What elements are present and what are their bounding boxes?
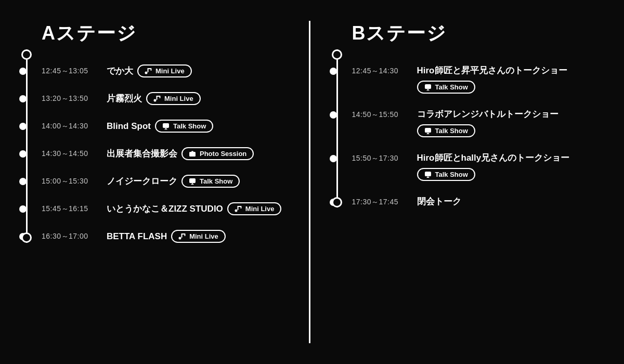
event-time: 12:45～14:30 [352, 64, 417, 76]
svg-rect-2 [148, 68, 151, 69]
event-name: Blind Spot [107, 121, 151, 132]
event-dot [330, 155, 337, 162]
event-name: ノイジークローク [107, 175, 177, 187]
event-time: 15:00～15:30 [42, 175, 107, 186]
event-tag: Talk Show [181, 175, 240, 188]
event-content: 閉会トーク [417, 196, 614, 207]
event-row: 12:45～13:05でか大Mini Live [42, 64, 304, 77]
event-name: でか大 [107, 65, 133, 77]
event-time: 12:45～13:05 [42, 64, 107, 76]
stage-a-column: Aステージ 12:45～13:05でか大Mini Live13:20～13:50… [0, 10, 309, 354]
event-name: Hiro師匠と昇平兄さんのトークショー [417, 64, 567, 76]
timeline-dot-top-a [21, 49, 32, 60]
svg-rect-14 [237, 206, 241, 207]
stage-b-column: Bステージ 12:45～14:30Hiro師匠と昇平兄さんのトークショーTalk… [310, 10, 625, 354]
event-name: コラボアレンジバトルトークショー [417, 108, 558, 120]
stage-a-events: 12:45～13:05でか大Mini Live13:20～13:50片霧烈火Mi… [26, 64, 304, 243]
svg-rect-8 [163, 123, 169, 128]
event-row: 14:30～14:50出展者集合撮影会Photo Session [42, 147, 304, 160]
event-time: 14:00～14:30 [42, 120, 107, 131]
svg-point-4 [154, 99, 157, 101]
event-content: コラボアレンジバトルトークショーTalk Show [417, 108, 614, 137]
svg-rect-3 [151, 68, 152, 71]
event-tag: Talk Show [417, 81, 475, 94]
svg-rect-19 [185, 233, 186, 236]
event-row: 17:30～17:45閉会トーク [352, 196, 614, 207]
event-row: 14:50～15:50コラボアレンジバトルトークショーTalk Show [352, 108, 614, 137]
timeline-dot-top-b [332, 49, 342, 60]
event-content: 出展者集合撮影会Photo Session [107, 147, 304, 160]
event-name: 閉会トーク [417, 196, 461, 207]
event-content: Blind SpotTalk Show [107, 120, 304, 133]
stage-b-events: 12:45～14:30Hiro師匠と昇平兄さんのトークショーTalk Show1… [336, 64, 614, 207]
event-row: 15:45～16:15いとうかなこ＆ZIZZ STUDIOMini Live [42, 202, 304, 215]
event-name: いとうかなこ＆ZIZZ STUDIO [107, 203, 223, 215]
event-dot [330, 68, 337, 75]
event-time: 14:30～14:50 [42, 147, 107, 159]
event-dot [19, 205, 27, 213]
svg-rect-7 [160, 96, 161, 98]
event-tag: Talk Show [417, 168, 475, 181]
event-dot [19, 68, 27, 75]
event-row: 14:00～14:30Blind SpotTalk Show [42, 120, 304, 133]
svg-point-0 [145, 71, 148, 74]
stage-a-title: Aステージ [42, 21, 304, 46]
event-name: Hiro師匠とhally兄さんのトークショー [417, 152, 570, 164]
event-name: BETTA FLASH [107, 231, 167, 242]
timeline-dot-bottom-b [332, 197, 342, 207]
event-dot [19, 150, 27, 158]
svg-rect-21 [425, 128, 431, 133]
timeline-dot-bottom-a [21, 232, 32, 243]
event-tag: Mini Live [171, 230, 226, 243]
event-tag: Mini Live [146, 92, 201, 105]
event-content: いとうかなこ＆ZIZZ STUDIOMini Live [107, 202, 304, 215]
event-content: BETTA FLASHMini Live [107, 230, 304, 243]
svg-point-12 [235, 209, 237, 212]
event-time: 15:45～16:15 [42, 202, 107, 214]
event-content: ノイジークロークTalk Show [107, 175, 304, 188]
svg-rect-6 [157, 96, 160, 97]
event-time: 16:30～17:00 [42, 230, 107, 241]
svg-rect-15 [240, 206, 241, 209]
event-tag: Mini Live [137, 64, 192, 77]
event-row: 16:30～17:00BETTA FLASHMini Live [42, 230, 304, 243]
event-tag: Photo Session [181, 147, 254, 160]
event-content: 片霧烈火Mini Live [107, 92, 304, 105]
svg-point-16 [179, 237, 181, 239]
svg-rect-11 [189, 178, 196, 183]
event-time: 17:30～17:45 [352, 196, 417, 207]
event-dot [330, 111, 337, 119]
event-row: 13:20～13:50片霧烈火Mini Live [42, 92, 304, 105]
event-content: Hiro師匠とhally兄さんのトークショーTalk Show [417, 152, 614, 181]
event-dot [19, 178, 27, 185]
event-tag: Talk Show [417, 124, 475, 137]
event-row: 15:00～15:30ノイジークロークTalk Show [42, 175, 304, 188]
svg-rect-22 [425, 172, 431, 176]
event-name: 出展者集合撮影会 [107, 148, 177, 160]
event-content: Hiro師匠と昇平兄さんのトークショーTalk Show [417, 64, 614, 94]
event-row: 15:50～17:30Hiro師匠とhally兄さんのトークショーTalk Sh… [352, 152, 614, 181]
event-row: 12:45～14:30Hiro師匠と昇平兄さんのトークショーTalk Show [352, 64, 614, 94]
event-dot [19, 123, 27, 130]
svg-rect-20 [425, 84, 431, 89]
stage-b-title: Bステージ [352, 21, 614, 46]
event-time: 15:50～17:30 [352, 152, 417, 163]
event-time: 13:20～13:50 [42, 92, 107, 103]
event-tag: Talk Show [155, 120, 213, 133]
event-tag: Mini Live [227, 202, 282, 215]
schedule-container: Aステージ 12:45～13:05でか大Mini Live13:20～13:50… [0, 0, 624, 364]
event-content: でか大Mini Live [107, 64, 304, 77]
svg-rect-18 [181, 233, 185, 235]
event-name: 片霧烈火 [107, 93, 142, 105]
event-time: 14:50～15:50 [352, 108, 417, 120]
event-dot [19, 95, 27, 102]
